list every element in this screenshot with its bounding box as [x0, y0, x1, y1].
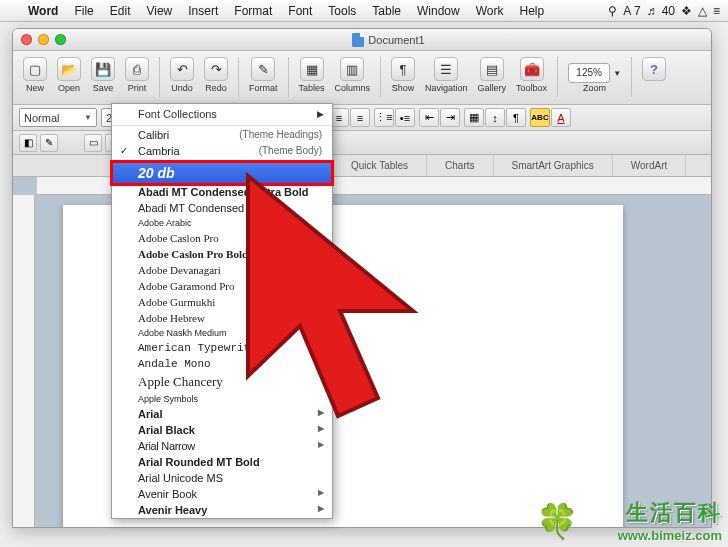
save-button[interactable]: 💾Save	[87, 55, 119, 95]
font-item[interactable]: Adobe Gurmukhi	[112, 294, 332, 310]
help-icon: ?	[642, 57, 666, 81]
close-window-button[interactable]	[21, 34, 32, 45]
font-item[interactable]: Apple Symbols	[112, 392, 332, 406]
open-button[interactable]: 📂Open	[53, 55, 85, 95]
minimize-window-button[interactable]	[38, 34, 49, 45]
show-button[interactable]: ¶Show	[387, 55, 419, 95]
menu-tools[interactable]: Tools	[320, 4, 364, 18]
menu-word[interactable]: Word	[20, 4, 66, 18]
menu-format[interactable]: Format	[226, 4, 280, 18]
menu-insert[interactable]: Insert	[180, 4, 226, 18]
tables-icon: ▦	[300, 57, 324, 81]
font-item[interactable]: Abadi MT Condensed Light	[112, 200, 332, 216]
undo-button[interactable]: ↶Undo	[166, 55, 198, 95]
font-item[interactable]: Avenir Heavy▶	[112, 502, 332, 518]
font-item[interactable]: Avenir Book▶	[112, 486, 332, 502]
font-item[interactable]: Adobe Hebrew	[112, 310, 332, 326]
navigation-icon: ☰	[434, 57, 458, 81]
font-item[interactable]: American Typewriter	[112, 340, 332, 356]
style-combo[interactable]: Normal▼	[19, 108, 97, 127]
highlight-button[interactable]: ABC	[530, 108, 550, 127]
gallery-button[interactable]: ▤Gallery	[474, 55, 511, 95]
brush-button[interactable]: ✎	[40, 134, 58, 152]
menu-window[interactable]: Window	[409, 4, 468, 18]
font-item-theme-headings[interactable]: Calibri(Theme Headings)	[112, 127, 332, 143]
vertical-ruler[interactable]	[13, 195, 35, 527]
menubar-tray: ⚲ A 7 ♬ 40 ❖ △ ≡	[608, 4, 728, 18]
columns-button[interactable]: ▥Columns	[331, 55, 375, 95]
font-item[interactable]: Arial Unicode MS	[112, 470, 332, 486]
increase-indent-button[interactable]: ⇥	[440, 108, 460, 127]
zoom-window-button[interactable]	[55, 34, 66, 45]
tab-charts[interactable]: Charts	[427, 155, 493, 176]
font-collections-submenu[interactable]: Font Collections▶	[112, 104, 332, 124]
print-icon: ⎙	[125, 57, 149, 81]
tables-button[interactable]: ▦Tables	[295, 55, 329, 95]
headphones-icon[interactable]: ♬	[647, 4, 656, 18]
font-item[interactable]: Abadi MT Condensed Extra Bold	[112, 184, 332, 200]
bulleted-list-button[interactable]: •≡	[395, 108, 415, 127]
zoom-dropdown-icon[interactable]: ▼	[613, 69, 621, 78]
font-item-selected[interactable]: 20 db	[112, 162, 332, 184]
toolbox-icon: 🧰	[520, 57, 544, 81]
font-item[interactable]: Apple Chancery	[112, 372, 332, 392]
save-icon: 💾	[91, 57, 115, 81]
tab-wordart[interactable]: WordArt	[613, 155, 687, 176]
gdrive-icon[interactable]: △	[698, 4, 707, 18]
tab-smartart[interactable]: SmartArt Graphics	[494, 155, 613, 176]
align-justify-button[interactable]: ≡	[350, 108, 370, 127]
new-button[interactable]: ▢New	[19, 55, 51, 95]
borders-button[interactable]: ▦	[464, 108, 484, 127]
font-item[interactable]: Adobe Devanagari	[112, 262, 332, 278]
font-item[interactable]: Adobe Caslon Pro	[112, 230, 332, 246]
format-button[interactable]: ✎Format	[245, 55, 282, 95]
undo-icon: ↶	[170, 57, 194, 81]
battery-icon[interactable]: 40	[662, 4, 675, 18]
toolbox-button[interactable]: 🧰Toolbox	[512, 55, 551, 95]
print-button[interactable]: ⎙Print	[121, 55, 153, 95]
bluetooth-icon[interactable]: ⚲	[608, 4, 617, 18]
standard-toolbar: ▢New 📂Open 💾Save ⎙Print ↶Undo ↷Redo ✎For…	[13, 51, 711, 105]
misc-button-1[interactable]: ▭	[84, 134, 102, 152]
document-title: Document1	[66, 33, 711, 47]
format-icon: ✎	[251, 57, 275, 81]
font-item[interactable]: Andale Mono	[112, 356, 332, 372]
zoom-group: 125% ▼ Zoom	[564, 55, 625, 95]
font-item[interactable]: Arial Black▶	[112, 422, 332, 438]
menu-view[interactable]: View	[138, 4, 180, 18]
font-item[interactable]: Arial Narrow▶	[112, 438, 332, 454]
navigation-button[interactable]: ☰Navigation	[421, 55, 472, 95]
menu-help[interactable]: Help	[512, 4, 553, 18]
zoom-value[interactable]: 125%	[568, 63, 610, 83]
watermark-url: www.bimeiz.com	[618, 528, 722, 543]
help-button[interactable]: ?	[638, 55, 670, 85]
menu-edit[interactable]: Edit	[102, 4, 139, 18]
spotlight-icon[interactable]: ≡	[713, 4, 720, 18]
font-item[interactable]: Adobe Caslon Pro Bold	[112, 246, 332, 262]
tab-quick-tables[interactable]: Quick Tables	[333, 155, 427, 176]
font-color-button[interactable]: A	[551, 108, 571, 127]
menu-work[interactable]: Work	[468, 4, 512, 18]
font-item[interactable]: Adobe Arabic	[112, 216, 332, 230]
dropbox-icon[interactable]: ❖	[681, 4, 692, 18]
menu-table[interactable]: Table	[364, 4, 409, 18]
menu-font[interactable]: Font	[280, 4, 320, 18]
font-item[interactable]: Adobe Garamond Pro	[112, 278, 332, 294]
font-item[interactable]: Arial▶	[112, 406, 332, 422]
new-icon: ▢	[23, 57, 47, 81]
menu-file[interactable]: File	[66, 4, 101, 18]
eraser-button[interactable]: ◧	[19, 134, 37, 152]
window-titlebar[interactable]: Document1	[13, 29, 711, 51]
redo-button[interactable]: ↷Redo	[200, 55, 232, 95]
numbered-list-button[interactable]: ⋮≡	[374, 108, 394, 127]
para-dir-button[interactable]: ¶	[506, 108, 526, 127]
redo-icon: ↷	[204, 57, 228, 81]
submenu-arrow-icon: ▶	[318, 408, 324, 417]
open-icon: 📂	[57, 57, 81, 81]
adobe-icon[interactable]: A 7	[623, 4, 640, 18]
font-item-theme-body[interactable]: ✓ Cambria(Theme Body)	[112, 143, 332, 159]
decrease-indent-button[interactable]: ⇤	[419, 108, 439, 127]
font-item[interactable]: Arial Rounded MT Bold	[112, 454, 332, 470]
font-item[interactable]: Adobe Naskh Medium	[112, 326, 332, 340]
line-spacing-button[interactable]: ↕	[485, 108, 505, 127]
